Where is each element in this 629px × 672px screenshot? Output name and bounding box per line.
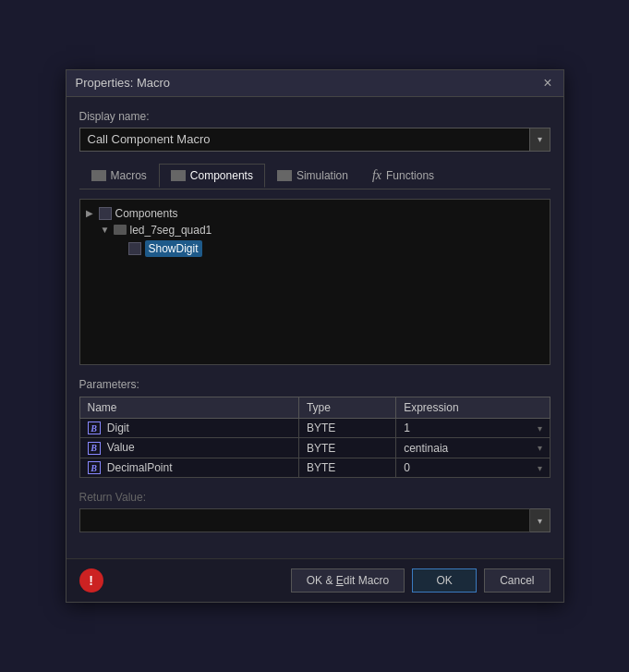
tree-panel: ▶ Components ▼ led_7seg_quad1 ShowDigit	[79, 199, 550, 365]
tab-functions-label: Functions	[386, 169, 434, 182]
param-digit-expression[interactable]: 1 ▾	[396, 418, 550, 438]
display-name-dropdown-button[interactable]: ▾	[530, 128, 550, 152]
tree-root-label: Components	[115, 207, 178, 220]
decimal-type-icon: B	[88, 461, 101, 474]
error-icon: !	[79, 568, 103, 593]
return-value-row: ▾	[79, 508, 550, 532]
return-value-section: Return Value: ▾	[79, 491, 550, 532]
root-component-icon	[99, 207, 112, 220]
value-type-icon: B	[88, 442, 101, 455]
param-digit-name: B Digit	[79, 418, 298, 438]
tree-item-showdigit[interactable]: ShowDigit	[86, 238, 544, 259]
simulation-tab-icon	[277, 170, 292, 181]
param-value-expression[interactable]: centinaia ▾	[396, 438, 550, 458]
footer-left: !	[79, 568, 103, 593]
parameters-label: Parameters:	[79, 378, 550, 391]
tree-root[interactable]: ▶ Components	[86, 205, 544, 222]
footer-buttons: OK & Edit Macro OK Cancel	[291, 568, 550, 593]
dialog-content: Display name: ▾ Macros Components Simula…	[67, 97, 563, 559]
param-decimal-type: BYTE	[298, 458, 395, 478]
tree-item-led-label: led_7seg_quad1	[130, 224, 212, 237]
display-name-input[interactable]	[79, 128, 530, 152]
return-value-input[interactable]	[79, 508, 530, 532]
display-name-label: Display name:	[79, 110, 550, 123]
return-value-dropdown-button[interactable]: ▾	[530, 508, 550, 532]
led-expand-icon: ▼	[101, 225, 110, 235]
tab-bar: Macros Components Simulation fx Function…	[79, 163, 550, 189]
value-expr-arrow: ▾	[538, 443, 542, 453]
tab-functions[interactable]: fx Functions	[360, 163, 446, 189]
root-expand-icon: ▶	[86, 208, 95, 218]
cancel-button[interactable]: Cancel	[484, 568, 550, 593]
param-decimal-expression[interactable]: 0 ▾	[396, 458, 550, 478]
tab-simulation[interactable]: Simulation	[265, 164, 360, 188]
col-name: Name	[79, 397, 298, 418]
tree-item-led[interactable]: ▼ led_7seg_quad1	[86, 222, 544, 238]
digit-expr-arrow: ▾	[538, 423, 542, 434]
tree-item-showdigit-label: ShowDigit	[145, 240, 202, 257]
param-value-name: B Value	[79, 438, 298, 458]
param-row-decimal: B DecimalPoint BYTE 0 ▾	[79, 458, 550, 478]
display-name-row: ▾	[79, 128, 550, 152]
showdigit-component-icon	[128, 242, 141, 255]
col-type: Type	[298, 397, 395, 418]
parameters-table: Name Type Expression B Digit BYTE 1 ▾	[79, 397, 550, 479]
params-header-row: Name Type Expression	[79, 397, 550, 418]
dialog-footer: ! OK & Edit Macro OK Cancel	[67, 558, 563, 602]
ok-edit-macro-button[interactable]: OK & Edit Macro	[291, 568, 405, 593]
tab-macros[interactable]: Macros	[79, 164, 159, 188]
macros-tab-icon	[91, 170, 106, 181]
param-row-digit: B Digit BYTE 1 ▾	[79, 418, 550, 438]
param-digit-type: BYTE	[298, 418, 395, 438]
properties-dialog: Properties: Macro × Display name: ▾ Macr…	[66, 69, 564, 604]
tab-components-label: Components	[190, 169, 253, 182]
components-tab-icon	[171, 170, 186, 181]
tab-simulation-label: Simulation	[296, 169, 348, 182]
close-button[interactable]: ×	[541, 76, 553, 91]
col-expression: Expression	[396, 397, 550, 418]
digit-type-icon: B	[88, 422, 101, 434]
ok-button[interactable]: OK	[412, 568, 477, 593]
led-folder-icon	[114, 225, 127, 235]
functions-tab-icon: fx	[372, 168, 381, 183]
dialog-title: Properties: Macro	[76, 76, 171, 90]
param-value-type: BYTE	[298, 438, 395, 458]
title-bar: Properties: Macro ×	[67, 70, 563, 97]
decimal-expr-arrow: ▾	[538, 463, 542, 473]
return-value-label: Return Value:	[79, 491, 550, 504]
tab-macros-label: Macros	[111, 169, 147, 182]
param-decimal-name: B DecimalPoint	[79, 458, 298, 478]
param-row-value: B Value BYTE centinaia ▾	[79, 438, 550, 458]
tab-components[interactable]: Components	[159, 164, 265, 188]
